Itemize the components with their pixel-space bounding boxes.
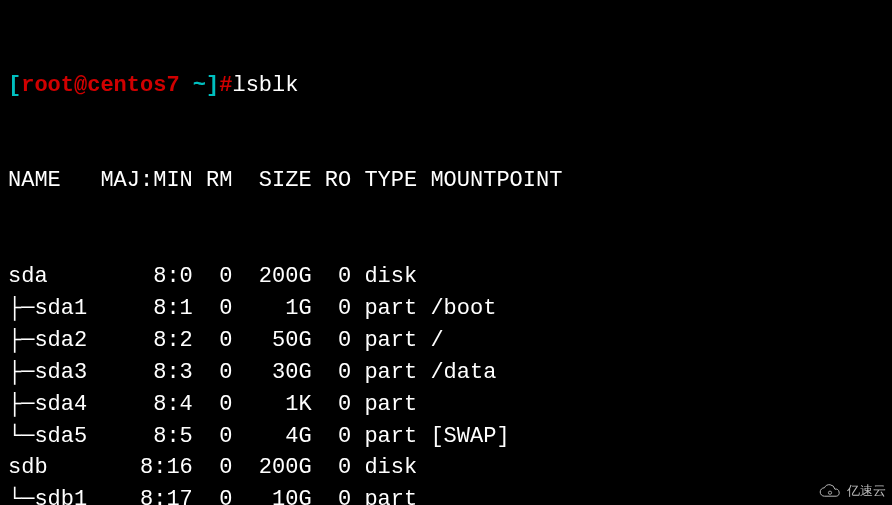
cell-maj: 8:3 [100,357,192,389]
cell-size: 4G [232,421,311,453]
prompt-at: @ [74,70,87,102]
cell-name: sdb [8,452,100,484]
cell-maj: 8:0 [100,261,192,293]
cell-size: 200G [232,452,311,484]
table-row: sda8:00200G0 disk [8,261,884,293]
cell-type: part [364,325,430,357]
command-text: lsblk [232,70,298,102]
cell-rm: 0 [193,261,233,293]
prompt-host: centos7 [87,70,179,102]
cell-maj: 8:1 [100,293,192,325]
cell-rm: 0 [193,484,233,505]
prompt-bracket-open: [ [8,70,21,102]
header-ro: RO [312,165,352,197]
header-rm: RM [193,165,233,197]
table-header: NAMEMAJ:MINRMSIZERO TYPEMOUNTPOINT [8,165,884,197]
prompt-line[interactable]: [root@centos7 ~]#lsblk [8,70,884,102]
cell-rm: 0 [193,325,233,357]
cell-size: 10G [232,484,311,505]
cell-mount: /boot [430,293,496,325]
cell-name: ├─sda4 [8,389,100,421]
cell-maj: 8:4 [100,389,192,421]
header-mount: MOUNTPOINT [430,165,562,197]
cell-ro: 0 [312,261,352,293]
cloud-icon [816,483,844,501]
prompt-bracket-close: ] [206,70,219,102]
cell-size: 1K [232,389,311,421]
cell-rm: 0 [193,293,233,325]
cell-ro: 0 [312,293,352,325]
cell-type: disk [364,261,430,293]
header-name: NAME [8,165,100,197]
cell-name: ├─sda3 [8,357,100,389]
cell-type: part [364,389,430,421]
cell-name: sda [8,261,100,293]
table-row: └─sda58:504G0 part[SWAP] [8,421,884,453]
header-maj: MAJ:MIN [100,165,192,197]
cell-maj: 8:17 [100,484,192,505]
prompt-user: root [21,70,74,102]
cell-type: part [364,293,430,325]
cell-ro: 0 [312,389,352,421]
cell-type: part [364,484,430,505]
cell-ro: 0 [312,421,352,453]
cell-ro: 0 [312,357,352,389]
cell-ro: 0 [312,325,352,357]
cell-size: 50G [232,325,311,357]
table-row: ├─sda28:2050G0 part/ [8,325,884,357]
svg-point-0 [828,491,831,494]
cell-size: 30G [232,357,311,389]
table-row: ├─sda18:101G0 part/boot [8,293,884,325]
cell-size: 1G [232,293,311,325]
prompt-hash: # [219,70,232,102]
cell-name: └─sdb1 [8,484,100,505]
terminal-output: [root@centos7 ~]#lsblk NAMEMAJ:MINRMSIZE… [0,0,892,505]
cell-ro: 0 [312,484,352,505]
cell-ro: 0 [312,452,352,484]
table-row: ├─sda48:401K0 part [8,389,884,421]
cell-rm: 0 [193,357,233,389]
cell-name: ├─sda1 [8,293,100,325]
cell-mount: /data [430,357,496,389]
watermark-text: 亿速云 [847,482,886,501]
table-row: ├─sda38:3030G0 part/data [8,357,884,389]
cell-mount: [SWAP] [430,421,509,453]
watermark: 亿速云 [816,482,886,501]
prompt-path: ~ [180,70,206,102]
cell-name: ├─sda2 [8,325,100,357]
cell-maj: 8:2 [100,325,192,357]
cell-type: part [364,421,430,453]
cell-size: 200G [232,261,311,293]
cell-type: part [364,357,430,389]
cell-maj: 8:5 [100,421,192,453]
table-row: sdb8:160200G0 disk [8,452,884,484]
cell-rm: 0 [193,389,233,421]
cell-maj: 8:16 [100,452,192,484]
cell-rm: 0 [193,452,233,484]
header-type: TYPE [364,165,430,197]
header-size: SIZE [232,165,311,197]
cell-type: disk [364,452,430,484]
table-row: └─sdb18:17010G0 part [8,484,884,505]
cell-rm: 0 [193,421,233,453]
cell-mount: / [430,325,443,357]
cell-name: └─sda5 [8,421,100,453]
